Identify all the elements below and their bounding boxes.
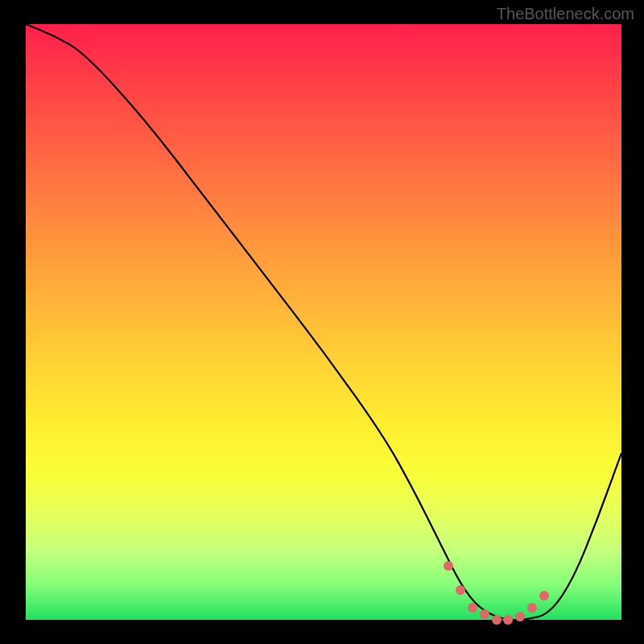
chart-marker — [527, 603, 537, 613]
chart-marker — [503, 615, 513, 625]
chart-marker — [492, 615, 502, 625]
chart-marker — [456, 585, 465, 595]
chart-marker — [444, 561, 453, 571]
watermark-text: TheBottleneck.com — [497, 5, 634, 23]
chart-marker — [515, 612, 525, 621]
chart-marker — [468, 603, 477, 613]
chart-marker — [480, 609, 489, 619]
chart-curve — [26, 24, 621, 620]
chart-marker — [539, 591, 549, 601]
chart-plot-area — [26, 24, 621, 620]
